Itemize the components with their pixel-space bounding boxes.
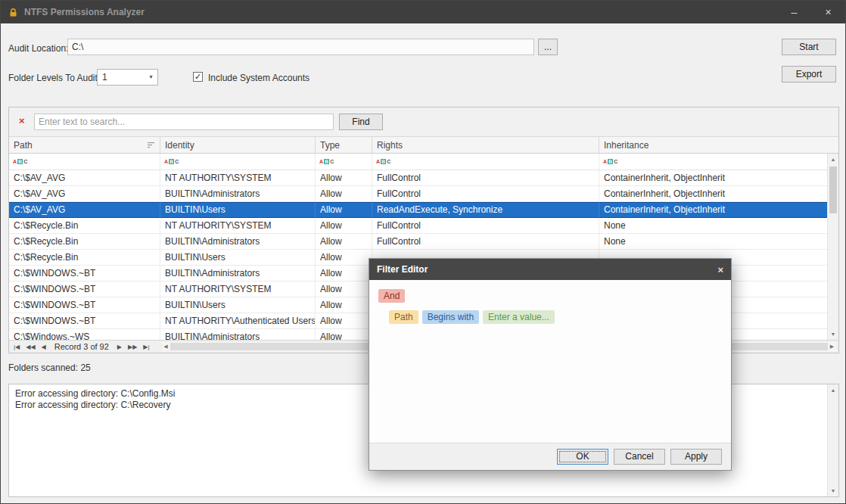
pager-last-button[interactable]: ▶|	[143, 344, 149, 350]
window-title: NTFS Permissions Analyzer	[24, 7, 145, 17]
include-system-accounts-checkbox[interactable]: ✓	[193, 72, 203, 82]
cell-identity[interactable]: BUILTIN\Administrators	[160, 329, 316, 340]
pager-prev-button[interactable]: ◀	[42, 344, 46, 350]
cell-identity[interactable]: BUILTIN\Users	[160, 250, 316, 266]
scroll-right-icon[interactable]: ▶	[828, 342, 836, 351]
scrollbar-thumb[interactable]	[829, 166, 837, 213]
cell-identity[interactable]: NT AUTHORITY\Authenticated Users	[160, 313, 316, 329]
abc-filter-icon: ABC	[376, 159, 390, 164]
condition-chip[interactable]: Begins with	[422, 310, 479, 324]
pager-next-page-button[interactable]: ▶▶	[128, 344, 137, 350]
cell-rights[interactable]: FullControl	[372, 186, 599, 202]
cell-identity[interactable]: BUILTIN\Administrators	[160, 186, 316, 202]
filter-cell-type[interactable]: ABC	[316, 154, 372, 170]
filter-cell-identity[interactable]: ABC	[160, 154, 316, 170]
cell-path[interactable]: C:\$AV_AVG	[9, 202, 160, 218]
table-row[interactable]: C:\$Recycle.Bin BUILTIN\Administrators A…	[9, 234, 827, 250]
sort-indicator-icon	[148, 142, 155, 148]
pager-first-button[interactable]: |◀	[14, 344, 20, 350]
cell-identity[interactable]: NT AUTHORITY\SYSTEM	[160, 170, 316, 186]
column-header-identity[interactable]: Identity	[160, 136, 316, 154]
cell-type[interactable]: Allow	[316, 170, 372, 186]
cell-type[interactable]: Allow	[316, 218, 372, 234]
chevron-down-icon[interactable]: ▾	[145, 70, 157, 85]
scroll-up-icon[interactable]: ▲	[828, 154, 838, 165]
cell-identity[interactable]: BUILTIN\Administrators	[160, 266, 316, 282]
scroll-up-icon[interactable]: ▲	[828, 384, 838, 396]
cell-path[interactable]: C:\$Recycle.Bin	[9, 218, 160, 234]
pager-prev-page-button[interactable]: ◀◀	[26, 344, 35, 350]
filter-cell-rights[interactable]: ABC	[372, 154, 599, 170]
scroll-down-icon[interactable]: ▼	[828, 328, 838, 340]
log-vertical-scrollbar[interactable]: ▲ ▼	[827, 384, 838, 496]
cell-path[interactable]: C:\$Recycle.Bin	[9, 234, 160, 250]
cell-inheritance[interactable]: None	[599, 218, 827, 234]
cell-path[interactable]: C:\$WINDOWS.~BT	[9, 282, 160, 297]
cell-path[interactable]: C:\$WINDOWS.~BT	[9, 266, 160, 282]
ok-button[interactable]: OK	[557, 449, 608, 465]
cell-identity[interactable]: BUILTIN\Administrators	[160, 234, 316, 250]
cell-path[interactable]: C:\$AV_AVG	[9, 170, 160, 186]
browse-button[interactable]: ...	[538, 39, 558, 55]
column-header-rights[interactable]: Rights	[372, 136, 599, 154]
table-row-selected[interactable]: C:\$AV_AVG BUILTIN\Users Allow ReadAndEx…	[9, 202, 827, 218]
cell-rights[interactable]: FullControl	[372, 170, 599, 186]
start-button[interactable]: Start	[782, 39, 836, 55]
dialog-close-icon[interactable]: ×	[707, 264, 723, 275]
filter-cell-path[interactable]: ABC	[9, 154, 160, 170]
cell-path[interactable]: C:\$WINDOWS.~BT	[9, 313, 160, 329]
cell-type[interactable]: Allow	[316, 186, 372, 202]
column-header-inheritance[interactable]: Inheritance	[599, 136, 827, 154]
cell-rights[interactable]: FullControl	[372, 234, 599, 250]
minimize-button[interactable]: –	[777, 1, 811, 23]
scroll-down-icon[interactable]: ▼	[828, 485, 838, 496]
scroll-left-icon[interactable]: ◀	[162, 342, 170, 351]
cell-rights[interactable]: FullControl	[372, 218, 599, 234]
cell-identity[interactable]: NT AUTHORITY\SYSTEM	[160, 218, 316, 234]
cell-type[interactable]: Allow	[316, 329, 372, 340]
cell-inheritance[interactable]: ContainerInherit, ObjectInherit	[599, 202, 827, 218]
search-input[interactable]	[34, 114, 334, 130]
cell-path[interactable]: C:\$WINDOWS.~BT	[9, 297, 160, 313]
cell-type[interactable]: Allow	[316, 250, 372, 266]
cell-rights[interactable]: ReadAndExecute, Synchronize	[372, 202, 599, 218]
cell-type[interactable]: Allow	[316, 313, 372, 329]
filter-editor-titlebar[interactable]: Filter Editor ×	[369, 259, 731, 280]
table-row[interactable]: C:\$Recycle.Bin NT AUTHORITY\SYSTEM Allo…	[9, 218, 827, 234]
cell-path[interactable]: C:\$Recycle.Bin	[9, 250, 160, 266]
find-button[interactable]: Find	[339, 114, 383, 130]
value-chip[interactable]: Enter a value...	[483, 310, 555, 324]
cell-identity[interactable]: BUILTIN\Users	[160, 297, 316, 313]
audit-location-input[interactable]	[67, 39, 534, 55]
cell-identity[interactable]: NT AUTHORITY\SYSTEM	[160, 282, 316, 297]
export-button[interactable]: Export	[782, 66, 836, 82]
table-row[interactable]: C:\$AV_AVG BUILTIN\Administrators Allow …	[9, 186, 827, 202]
cell-type[interactable]: Allow	[316, 297, 372, 313]
cell-type[interactable]: Allow	[316, 266, 372, 282]
cell-type[interactable]: Allow	[316, 202, 372, 218]
column-header-type[interactable]: Type	[316, 136, 372, 154]
column-header-path[interactable]: Path	[9, 136, 160, 154]
grid-vertical-scrollbar[interactable]: ▲ ▼	[827, 154, 838, 340]
pager-next-button[interactable]: ▶	[117, 344, 122, 350]
folder-levels-select[interactable]: 1 ▾	[97, 69, 158, 86]
abc-filter-icon: ABC	[164, 159, 179, 164]
apply-button[interactable]: Apply	[670, 449, 722, 465]
cell-path[interactable]: C:\$Windows.~WS	[9, 329, 160, 340]
titlebar[interactable]: NTFS Permissions Analyzer – ×	[1, 1, 845, 23]
cell-inheritance[interactable]: ContainerInherit, ObjectInherit	[599, 170, 827, 186]
field-chip[interactable]: Path	[389, 310, 418, 324]
cancel-button[interactable]: Cancel	[614, 449, 665, 465]
table-row[interactable]: C:\$AV_AVG NT AUTHORITY\SYSTEM Allow Ful…	[9, 170, 827, 186]
cell-type[interactable]: Allow	[316, 282, 372, 297]
group-operator-chip[interactable]: And	[378, 289, 405, 303]
clear-search-icon[interactable]: ×	[19, 115, 25, 126]
filter-cell-inheritance[interactable]: ABC	[599, 154, 827, 170]
cell-identity[interactable]: BUILTIN\Users	[160, 202, 316, 218]
cell-inheritance[interactable]: None	[599, 234, 827, 250]
close-button[interactable]: ×	[811, 1, 845, 23]
cell-type[interactable]: Allow	[316, 234, 372, 250]
auto-filter-row: ABC ABC ABC ABC ABC	[9, 154, 827, 170]
cell-path[interactable]: C:\$AV_AVG	[9, 186, 160, 202]
cell-inheritance[interactable]: ContainerInherit, ObjectInherit	[599, 186, 827, 202]
